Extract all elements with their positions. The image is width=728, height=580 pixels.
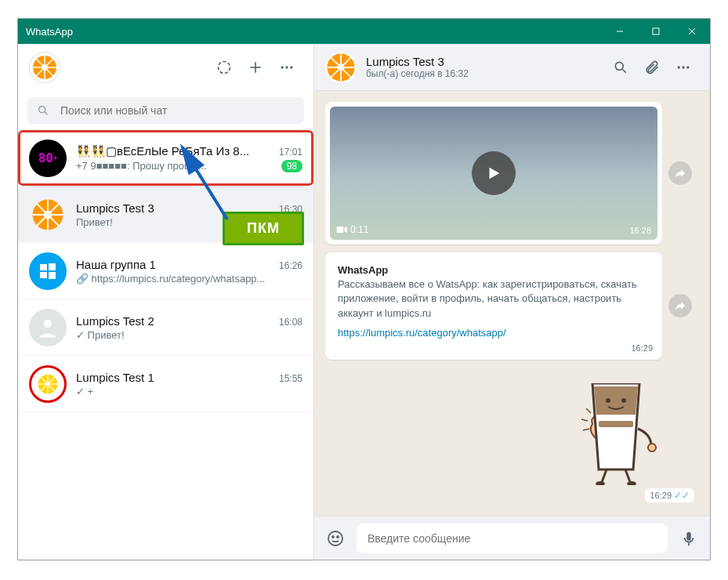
svg-point-42 [678,66,680,68]
chat-list-panel: 80+ 👯👯▢вЕсЕлЫе РеБяТа Из 8...17:01 +7 9■… [18,44,314,560]
close-button[interactable] [674,19,710,44]
svg-rect-1 [653,28,659,34]
svg-line-55 [625,469,630,482]
contact-name: Lumpics Test 3 [366,55,469,68]
svg-point-44 [686,66,689,68]
video-duration: 0:11 [336,224,368,235]
svg-point-53 [621,398,626,403]
svg-point-56 [596,481,605,485]
search-in-chat-icon[interactable] [605,52,636,83]
chat-title: Наша группа 1 [76,258,156,271]
titlebar: WhatsApp [18,19,710,44]
incoming-message-link[interactable]: WhatsApp Рассказываем все о WatsApp: как… [325,252,662,360]
svg-rect-27 [49,272,56,279]
svg-point-10 [219,62,230,74]
emoji-icon[interactable] [324,529,347,548]
contact-status: был(-а) сегодня в 16:32 [366,68,469,79]
svg-marker-47 [345,227,348,233]
svg-line-65 [183,149,227,219]
menu-icon[interactable] [271,52,302,83]
video-message-time: 16:28 [629,226,651,235]
avatar [29,309,67,346]
search-input[interactable] [60,104,295,117]
svg-line-54 [602,469,607,482]
incoming-message-video[interactable]: 0:11 16:28 [325,102,662,245]
chat-time: 17:01 [279,147,302,158]
svg-point-15 [290,66,292,68]
svg-point-61 [337,536,339,538]
outgoing-sticker: 16:29✓✓ [325,383,694,502]
svg-rect-26 [40,272,47,278]
svg-point-28 [44,320,52,328]
search-icon [37,104,49,117]
svg-point-16 [39,107,45,113]
preview-title: WhatsApp [338,264,388,276]
svg-point-40 [615,62,623,70]
preview-link[interactable]: https://lumpics.ru/category/whatsapp/ [330,327,657,343]
svg-point-57 [627,481,636,485]
forward-icon[interactable] [668,294,692,317]
chat-item-4[interactable]: Lumpics Test 115:55 ✓ + [18,356,313,412]
search-box[interactable] [27,97,304,124]
svg-rect-46 [337,227,344,233]
avatar [29,365,67,403]
svg-line-50 [583,429,589,430]
maximize-button[interactable] [638,19,674,44]
svg-line-41 [623,69,626,72]
my-avatar[interactable] [29,52,60,83]
unread-badge: 98 [281,160,302,172]
svg-rect-62 [686,531,691,540]
preview-desc: Рассказываем все о WatsApp: как зарегист… [338,278,637,318]
chat-menu-icon[interactable] [668,52,699,83]
minimize-button[interactable] [602,19,638,44]
chat-last: ✓ Привет! [76,329,125,341]
svg-point-59 [328,531,342,546]
svg-point-13 [281,66,284,68]
svg-point-52 [606,398,610,403]
svg-point-60 [332,536,334,538]
avatar [29,196,67,234]
chat-item-0[interactable]: 80+ 👯👯▢вЕсЕлЫе РеБяТа Из 8...17:01 +7 9■… [18,130,313,187]
status-icon[interactable] [208,52,240,83]
chat-time: 16:26 [279,260,302,271]
message-input[interactable] [357,524,668,553]
attach-icon[interactable] [636,52,668,83]
contact-avatar[interactable] [325,52,357,83]
svg-point-43 [682,66,684,68]
app-title: WhatsApp [26,26,73,38]
annotation-callout: ПКМ [223,212,304,245]
avatar [29,252,67,290]
svg-rect-25 [49,263,56,270]
chat-last: Привет! [76,216,113,228]
chat-last: 🔗 https://lumpics.ru/category/whatsapp..… [76,273,265,285]
svg-line-49 [581,419,588,421]
chat-item-2[interactable]: Наша группа 116:26 🔗 https://lumpics.ru/… [18,243,313,299]
mic-icon[interactable] [677,530,701,547]
svg-rect-51 [599,421,633,427]
svg-marker-45 [490,168,500,179]
forward-icon[interactable] [668,161,692,185]
svg-point-14 [285,66,288,68]
avatar: 80+ [29,140,67,177]
link-preview: WhatsApp Рассказываем все о WatsApp: как… [330,257,657,327]
chat-title: Lumpics Test 1 [76,371,154,384]
chat-time: 16:08 [279,317,302,328]
svg-line-17 [45,112,47,114]
app-window: WhatsApp [17,18,711,560]
read-ticks-icon: ✓✓ [674,490,690,501]
chat-item-3[interactable]: Lumpics Test 216:08 ✓ Привет! [18,299,313,356]
svg-point-58 [648,444,656,451]
chat-title: Lumpics Test 2 [76,314,154,328]
message-time: 16:29 [330,343,657,355]
sticker-time: 16:29✓✓ [645,488,694,502]
svg-line-48 [586,408,591,413]
chat-time: 15:55 [279,373,302,384]
chat-panel: Lumpics Test 3 был(-а) сегодня в 16:32 0… [314,44,710,560]
svg-rect-24 [40,264,47,270]
play-icon[interactable] [472,151,516,195]
chat-last: ✓ + [76,386,93,397]
new-chat-icon[interactable] [240,52,271,83]
chat-title: Lumpics Test 3 [76,201,154,215]
